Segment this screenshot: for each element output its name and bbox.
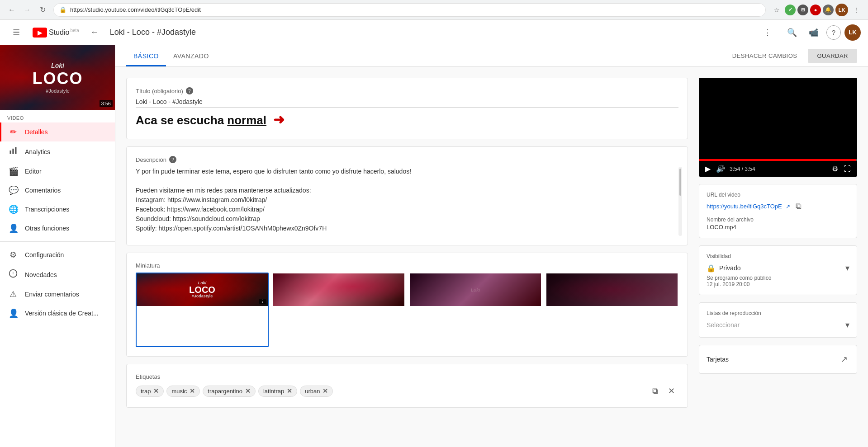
thumbnail-card: Miniatura Loki LOCO #Jod bbox=[126, 253, 688, 357]
sidebar-item-transcripciones[interactable]: 🌐 Transcripciones bbox=[0, 200, 115, 219]
extension-green[interactable]: ✓ bbox=[785, 5, 796, 15]
url-row: https://youtu.be/itlGq3cTOpE ↗ ⧉ bbox=[707, 200, 849, 213]
refresh-button[interactable]: ↻ bbox=[36, 4, 49, 16]
play-button[interactable]: ▶ bbox=[704, 164, 711, 174]
svg-rect-0 bbox=[10, 151, 11, 154]
sidebar-item-comentarios[interactable]: 💬 Comentarios bbox=[0, 181, 115, 200]
extension-grid[interactable]: ⊞ bbox=[797, 5, 808, 15]
visibility-icon: 🔒 bbox=[707, 264, 716, 273]
thumbnail-1[interactable]: Loki LOCO #Jodastyle ⋮ bbox=[136, 273, 269, 347]
browser-nav: ← → ↻ bbox=[5, 4, 49, 16]
sidebar-thumbnail[interactable]: Loki LOCO #Jodastyle 3:56 bbox=[0, 45, 115, 110]
thumbnail-image: Loki LOCO #Jodastyle bbox=[0, 45, 115, 110]
settings-button[interactable]: ⚙ bbox=[831, 164, 839, 174]
user-avatar[interactable]: LK bbox=[844, 24, 861, 41]
external-link-icon: ↗ bbox=[786, 203, 790, 210]
sidebar-section-video: Video bbox=[0, 110, 115, 122]
sidebar-item-otras[interactable]: 👤 Otras funciones bbox=[0, 219, 115, 238]
video-player-card: ▶ 🔊 3:54 / 3:54 ⚙ ⛶ bbox=[699, 78, 857, 177]
playlist-label: Listas de reproducción bbox=[707, 310, 849, 316]
sidebar-item-version[interactable]: 👤 Versión clásica de Creat... bbox=[0, 304, 115, 323]
remove-tag-music[interactable]: ✕ bbox=[190, 388, 195, 394]
title-help-icon[interactable]: ? bbox=[186, 87, 193, 94]
tags-container: trap ✕ music ✕ trapargentino ✕ bbox=[136, 384, 678, 398]
description-help-icon[interactable]: ? bbox=[169, 156, 176, 163]
sidebar-item-analytics[interactable]: Analytics bbox=[0, 141, 115, 162]
analytics-label: Analytics bbox=[25, 148, 50, 155]
header-more-button[interactable]: ⋮ bbox=[759, 24, 776, 41]
tabs: Básico Avanzado bbox=[126, 45, 216, 66]
copy-tags-button[interactable]: ⧉ bbox=[648, 384, 662, 398]
file-label: Nombre del archivo bbox=[707, 216, 849, 223]
video-display[interactable] bbox=[699, 78, 857, 159]
enviar-label: Enviar comentarios bbox=[25, 291, 79, 298]
url-text: https://studio.youtube.com/video/itlGq3c… bbox=[70, 6, 760, 13]
remove-tag-trapargentino[interactable]: ✕ bbox=[245, 388, 251, 394]
sidebar-divider bbox=[0, 241, 115, 242]
thumbnail-4[interactable] bbox=[545, 273, 678, 347]
visibility-dropdown[interactable]: ▾ bbox=[845, 263, 849, 273]
tab-basico[interactable]: Básico bbox=[126, 45, 166, 66]
page-title: Loki - Loco - #Jodastyle bbox=[110, 28, 752, 37]
thumbnail-label: Miniatura bbox=[136, 262, 678, 269]
yt-logo-text: Studiobeta bbox=[49, 28, 79, 37]
thumbnail-2[interactable] bbox=[272, 273, 405, 347]
volume-button[interactable]: 🔊 bbox=[715, 164, 726, 174]
title-card: Título (obligatorio) ? Aca se escucha no… bbox=[126, 78, 688, 139]
comentarios-label: Comentarios bbox=[25, 187, 61, 194]
description-input[interactable]: Y por fin pude terminar este tema, esper… bbox=[136, 167, 678, 235]
browser-avatar[interactable]: LK bbox=[835, 4, 848, 16]
video-progress-bar[interactable] bbox=[699, 159, 857, 161]
undo-button[interactable]: DESHACER CAMBIOS bbox=[727, 49, 803, 63]
search-button[interactable]: 🔍 bbox=[783, 24, 801, 42]
hamburger-button[interactable]: ☰ bbox=[7, 24, 25, 42]
sidebar-item-editor[interactable]: 🎬 Editor bbox=[0, 162, 115, 181]
save-button[interactable]: GUARDAR bbox=[808, 49, 857, 63]
thumbnails-grid: Loki LOCO #Jodastyle ⋮ bbox=[136, 273, 678, 347]
novedades-icon: ! bbox=[9, 269, 18, 280]
browser-more-button[interactable]: ⋮ bbox=[850, 4, 863, 16]
thumb1-menu-icon[interactable]: ⋮ bbox=[259, 299, 266, 304]
thumbnail-text: Loki LOCO #Jodastyle bbox=[33, 62, 83, 94]
version-label: Versión clásica de Creat... bbox=[25, 310, 99, 317]
yt-studio-logo[interactable]: ▶ Studiobeta bbox=[33, 28, 79, 38]
tarjetas-external-button[interactable]: ↗ bbox=[839, 353, 849, 366]
header-back-button[interactable]: ← bbox=[86, 24, 103, 41]
title-input[interactable] bbox=[136, 98, 678, 105]
sidebar-item-enviar[interactable]: ⚠ Enviar comentarios bbox=[0, 285, 115, 304]
remove-tag-latintrap[interactable]: ✕ bbox=[287, 388, 292, 394]
copy-url-button[interactable]: ⧉ bbox=[794, 200, 803, 213]
address-bar[interactable]: 🔒 https://studio.youtube.com/video/itlGq… bbox=[53, 3, 766, 17]
extension-bell[interactable]: 🔔 bbox=[823, 5, 834, 15]
remove-tag-urban[interactable]: ✕ bbox=[323, 388, 328, 394]
visibility-label: Visibilidad bbox=[707, 253, 849, 259]
bookmark-button[interactable]: ☆ bbox=[770, 4, 783, 16]
detalles-icon: ✏ bbox=[9, 127, 18, 137]
sidebar-item-novedades[interactable]: ! Novedades bbox=[0, 264, 115, 285]
playlist-row: Seleccionar ▾ bbox=[707, 320, 849, 330]
video-url-link[interactable]: https://youtu.be/itlGq3cTOpE bbox=[707, 203, 782, 210]
tab-avanzado[interactable]: Avanzado bbox=[166, 45, 216, 66]
thumbnail-3[interactable]: Loki bbox=[409, 273, 542, 347]
version-icon: 👤 bbox=[9, 308, 18, 318]
extension-red[interactable]: ● bbox=[810, 5, 821, 15]
clear-tags-button[interactable]: ✕ bbox=[664, 384, 678, 398]
forward-button[interactable]: → bbox=[21, 4, 33, 16]
video-time: 3:54 / 3:54 bbox=[730, 166, 755, 172]
otras-label: Otras funciones bbox=[25, 225, 69, 232]
description-scrollbar[interactable] bbox=[678, 167, 682, 236]
sidebar-item-detalles[interactable]: ✏ Detalles bbox=[0, 122, 115, 141]
remove-tag-trap[interactable]: ✕ bbox=[153, 388, 159, 394]
playlist-dropdown[interactable]: ▾ bbox=[845, 320, 849, 330]
form-area: Título (obligatorio) ? Aca se escucha no… bbox=[115, 67, 868, 419]
enviar-icon: ⚠ bbox=[9, 289, 18, 299]
visibility-note: Se programó como público12 jul. 2019 20:… bbox=[707, 275, 849, 287]
sidebar-item-configuracion[interactable]: ⚙ Configuración bbox=[0, 245, 115, 264]
visibility-card: Visibilidad 🔒 Privado ▾ Se programó como… bbox=[699, 245, 857, 295]
svg-text:!: ! bbox=[13, 271, 14, 276]
back-button[interactable]: ← bbox=[5, 4, 18, 16]
create-video-button[interactable]: 📹 bbox=[805, 24, 823, 42]
fullscreen-button[interactable]: ⛶ bbox=[843, 164, 852, 174]
tag-urban: urban ✕ bbox=[300, 386, 333, 397]
help-button[interactable]: ? bbox=[826, 25, 841, 40]
